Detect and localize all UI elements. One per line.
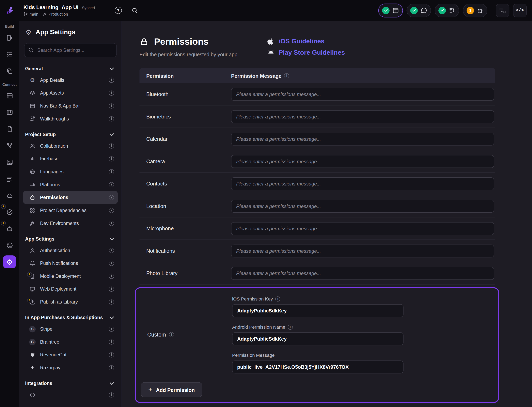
info-icon[interactable]: i: [109, 287, 114, 292]
info-icon[interactable]: i: [169, 332, 174, 337]
sidebar-item-app-assets[interactable]: App Assets i: [19, 86, 121, 99]
screens-icon[interactable]: [3, 31, 16, 44]
search-icon[interactable]: [131, 7, 138, 14]
checklist-icon[interactable]: [3, 48, 16, 61]
info-icon[interactable]: i: [284, 73, 289, 78]
sidebar-section-integrations[interactable]: Integrations: [19, 378, 121, 388]
sidebar-item-app-details[interactable]: ⚙ App Details i: [19, 73, 121, 86]
sidebar-item-firebase[interactable]: Firebase i: [19, 152, 121, 165]
play-store-guidelines-link[interactable]: Play Store Guidelines: [267, 49, 345, 56]
comments-status-pill[interactable]: [407, 4, 431, 17]
sidebar-item-push-notifications[interactable]: Push Notifications i: [19, 257, 121, 270]
sidebar-item-authentication[interactable]: Authentication i: [19, 244, 121, 257]
code-button[interactable]: </>: [513, 4, 527, 17]
sidebar-item-braintree[interactable]: B Braintree i: [19, 336, 121, 348]
custom-label: Custom: [147, 331, 166, 337]
branch-name: main: [30, 12, 39, 16]
info-icon[interactable]: i: [109, 261, 114, 266]
kanban-icon[interactable]: [3, 106, 16, 119]
app-logo[interactable]: [0, 5, 19, 16]
permission-message-input[interactable]: [231, 155, 494, 168]
info-icon[interactable]: i: [109, 90, 114, 95]
android-permission-name-input[interactable]: [232, 332, 404, 345]
info-icon[interactable]: i: [109, 195, 114, 200]
environment-selector[interactable]: Production: [43, 12, 68, 16]
info-icon[interactable]: i: [109, 326, 114, 331]
branch-indicator[interactable]: main: [24, 12, 39, 16]
bot-icon[interactable]: ★: [3, 222, 16, 235]
permission-message-input[interactable]: [231, 222, 494, 235]
info-icon[interactable]: i: [109, 208, 114, 213]
permission-message-input[interactable]: [231, 267, 494, 280]
info-icon[interactable]: i: [109, 221, 114, 226]
info-icon[interactable]: i: [109, 103, 114, 108]
permission-message-input[interactable]: [231, 177, 494, 190]
content-status-pill[interactable]: [435, 4, 459, 17]
app-window: Kids Learning App UI Synced main Product…: [0, 0, 532, 407]
add-permission-button[interactable]: + Add Permission: [141, 382, 202, 397]
cloud-icon[interactable]: [3, 189, 16, 202]
info-icon[interactable]: i: [109, 365, 114, 370]
theme-icon[interactable]: [3, 239, 16, 252]
sidebar-item-languages[interactable]: Languages i: [19, 165, 121, 178]
info-icon[interactable]: i: [109, 352, 114, 357]
sidebar-item-dev-environments[interactable]: Dev Environments i: [19, 217, 121, 230]
permission-message-input[interactable]: [231, 133, 494, 145]
info-icon[interactable]: i: [109, 143, 114, 149]
help-icon[interactable]: ?: [115, 7, 122, 14]
info-icon[interactable]: i: [275, 297, 280, 302]
sidebar-section-project-setup[interactable]: Project Setup: [19, 129, 121, 139]
sidebar-item-nav-bar[interactable]: Nav Bar & App Bar i: [19, 99, 121, 112]
search-input[interactable]: [24, 43, 117, 57]
sidebar-item-project-dependencies[interactable]: Project Dependencies i: [19, 204, 121, 217]
sidebar-item-publish-as-library[interactable]: ★ Publish as Library i: [19, 295, 121, 308]
info-icon[interactable]: i: [109, 339, 114, 344]
sidebar-section-general[interactable]: General: [19, 63, 121, 73]
sidebar-item-razorpay[interactable]: Razorpay i: [19, 361, 121, 374]
info-icon[interactable]: i: [109, 248, 114, 253]
info-icon[interactable]: i: [109, 274, 114, 279]
flow-button[interactable]: [496, 4, 509, 17]
custom-permission-message-input[interactable]: [232, 361, 404, 374]
permission-message-input[interactable]: [231, 244, 494, 257]
tasks-check-icon[interactable]: ★: [3, 205, 16, 219]
info-icon[interactable]: i: [288, 325, 293, 330]
sidebar-item-clipped[interactable]: i: [19, 388, 121, 401]
image-icon[interactable]: [3, 156, 16, 169]
info-icon[interactable]: i: [109, 299, 114, 304]
sidebar-item-collaboration[interactable]: Collaboration i: [19, 139, 121, 152]
info-icon[interactable]: i: [109, 78, 114, 83]
premium-star-badge: ★: [27, 272, 32, 277]
sidebar-item-permissions[interactable]: Permissions i: [23, 191, 118, 204]
chevron-down-icon: [110, 236, 114, 240]
chevron-down-icon: [110, 131, 114, 136]
file-icon[interactable]: [3, 123, 16, 135]
sidebar-item-revenuecat[interactable]: RevenueCat i: [19, 348, 121, 361]
info-icon[interactable]: i: [109, 392, 114, 397]
info-icon[interactable]: i: [109, 169, 114, 174]
info-icon[interactable]: i: [109, 116, 114, 121]
logs-icon[interactable]: [3, 172, 16, 185]
permission-message-input[interactable]: [231, 88, 494, 101]
database-icon[interactable]: [3, 89, 16, 102]
sidebar-item-stripe[interactable]: S Stripe i: [19, 322, 121, 336]
design-status-pill[interactable]: [378, 4, 403, 17]
nodes-icon[interactable]: [3, 139, 16, 152]
sidebar-item-mobile-deployment[interactable]: ★ Mobile Deployment i: [19, 270, 121, 283]
settings-icon[interactable]: ⚙: [3, 255, 16, 268]
info-icon[interactable]: i: [109, 182, 114, 187]
sidebar-section-app-settings[interactable]: App Settings: [19, 234, 121, 244]
gear-icon: ⚙: [25, 29, 32, 36]
sidebar-item-platforms[interactable]: Platforms i: [19, 178, 121, 191]
premium-star-badge: ★: [1, 221, 6, 225]
ios-permission-key-input[interactable]: [232, 304, 404, 317]
sidebar-item-walkthroughs[interactable]: Walkthroughs i: [19, 112, 121, 125]
ios-guidelines-link[interactable]: iOS Guidelines: [267, 38, 345, 45]
info-icon[interactable]: i: [109, 156, 114, 161]
permission-message-input[interactable]: [231, 110, 494, 123]
sidebar-section-iap[interactable]: In App Purchases & Subscriptions: [19, 313, 121, 322]
issues-status-pill[interactable]: 1: [463, 4, 487, 17]
sidebar-item-web-deployment[interactable]: Web Deployment i: [19, 282, 121, 295]
permission-message-input[interactable]: [231, 200, 494, 213]
pages-icon[interactable]: [3, 64, 16, 77]
